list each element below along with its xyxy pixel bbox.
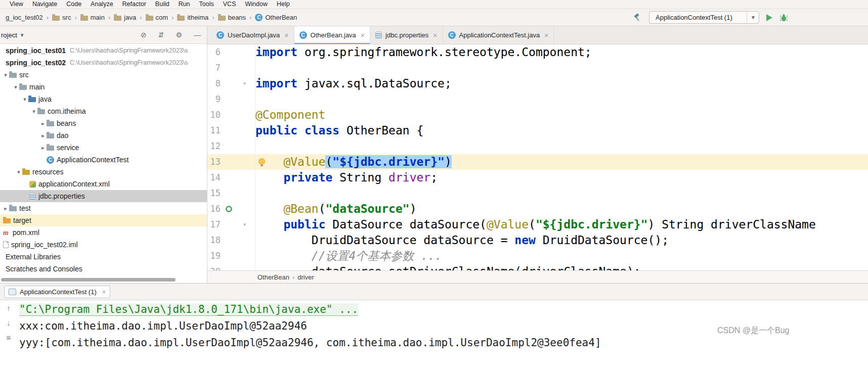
menu-item-code[interactable]: Code	[62, 0, 86, 9]
breadcrumb-item-java[interactable]: java	[112, 13, 138, 22]
close-icon[interactable]: ×	[102, 288, 106, 296]
code-line-12[interactable]: 12	[207, 138, 868, 154]
code-line-6[interactable]: 6import org.springframework.stereotype.C…	[207, 44, 868, 60]
code-editor[interactable]: 6import org.springframework.stereotype.C…	[207, 44, 868, 270]
tree-item-main[interactable]: ▾main	[0, 81, 207, 93]
code-line-17[interactable]: 17▾ public DataSource dataSource(@Value(…	[207, 217, 868, 232]
tree-item-spring-ioc-test01[interactable]: spring_ioc_test01C:\Users\haohao\SpringF…	[0, 44, 207, 57]
code-line-19[interactable]: 19 //设置4个基本参数 ...	[207, 248, 868, 264]
chevron-right-icon[interactable]: ▸	[39, 120, 47, 127]
breadcrumb-item-com[interactable]: com	[144, 13, 170, 22]
breadcrumb-item-otherbean[interactable]: OtherBean	[253, 13, 298, 22]
tree-item-applicationcontext-xml[interactable]: applicationContext.xml	[0, 178, 207, 190]
run-tab[interactable]: ApplicationContextTest (1) ×	[4, 286, 110, 298]
menu-item-analyze[interactable]: Analyze	[86, 0, 117, 9]
menu-item-vcs[interactable]: VCS	[219, 0, 241, 9]
build-hammer-icon[interactable]	[633, 13, 642, 22]
collapse-all-icon[interactable]: ⇵	[158, 31, 164, 38]
code-line-9[interactable]: 9	[207, 91, 868, 107]
code-line-7[interactable]: 7	[207, 60, 868, 76]
scrollbar-thumb[interactable]	[1, 278, 176, 282]
debug-bug-icon[interactable]	[779, 14, 788, 22]
tree-item-src[interactable]: ▾src	[0, 69, 207, 81]
tree-item-spring-ioc-test02[interactable]: spring_ioc_test02C:\Users\haohao\SpringF…	[0, 57, 207, 69]
tree-item-spring-ioc-test02-iml[interactable]: spring_ioc_test02.iml	[0, 239, 207, 251]
run-config-select[interactable]: ApplicationContextTest (1) ▼	[649, 11, 759, 24]
chevron-down-icon[interactable]: ▾	[21, 96, 28, 103]
menu-item-tools[interactable]: Tools	[195, 0, 219, 9]
chevron-down-icon[interactable]: ▼	[20, 32, 25, 38]
editor-tab-userdaoimpl-java[interactable]: UserDaoImpl.java×	[211, 26, 294, 44]
chevron-right-icon[interactable]: ▸	[39, 145, 47, 151]
code-line-20[interactable]: 20 dataSource.setDriverClassName(driverC…	[207, 264, 868, 270]
scroll-down-icon[interactable]: ↓	[7, 319, 11, 327]
tree-item-dao[interactable]: ▸dao	[0, 129, 207, 142]
code-line-10[interactable]: 10@Component	[207, 107, 868, 123]
code-line-15[interactable]: 15	[207, 185, 868, 201]
code-text: //设置4个基本参数 ...	[255, 248, 442, 264]
menu-item-build[interactable]: Build	[151, 0, 174, 9]
tree-item-scratches-and-consoles[interactable]: Scratches and Consoles	[0, 263, 207, 275]
tree-item-com-itheima[interactable]: ▾com.itheima	[0, 105, 207, 117]
chevron-down-icon[interactable]: ▾	[2, 72, 9, 78]
breadcrumb-item-itheima[interactable]: itheima	[176, 13, 210, 22]
more-icon[interactable]: ≡	[7, 334, 11, 342]
close-icon[interactable]: ×	[433, 31, 437, 39]
tree-item-pom-xml[interactable]: pom.xml	[0, 226, 207, 239]
breadcrumb-item-beans[interactable]: beans	[216, 13, 247, 22]
gutter: 11	[207, 123, 255, 138]
fold-marker-icon[interactable]: ▾	[243, 76, 246, 91]
horizontal-scrollbar[interactable]	[0, 278, 207, 282]
breadcrumb-item-main[interactable]: main	[79, 13, 106, 22]
tree-item-applicationcontexttest[interactable]: ApplicationContextTest	[0, 154, 207, 166]
breadcrumb-item-g-ioc-test02[interactable]: g_ioc_test02	[4, 13, 45, 22]
run-button[interactable]	[766, 14, 772, 21]
chevron-down-icon[interactable]: ▾	[12, 84, 19, 90]
chevron-right-icon[interactable]: ▸	[2, 205, 9, 212]
code-text: public DataSource dataSource(@Value("${j…	[255, 217, 816, 232]
code-line-11[interactable]: 11public class OtherBean {	[207, 123, 868, 138]
code-line-13[interactable]: 13 @Value("${jdbc.driver}")	[207, 154, 868, 170]
editor-breadcrumb-otherbean[interactable]: OtherBean	[256, 273, 290, 281]
editor-tab-jdbc-properties[interactable]: jdbc.properties×	[370, 26, 443, 44]
tree-item-external-libraries[interactable]: External Libraries	[0, 251, 207, 263]
project-panel-title[interactable]: roject	[1, 31, 17, 39]
code-line-18[interactable]: 18 DruidDataSource dataSource = new Drui…	[207, 232, 868, 248]
close-icon[interactable]: ×	[544, 31, 548, 39]
hide-icon[interactable]: —	[194, 31, 201, 38]
close-icon[interactable]: ×	[284, 31, 288, 39]
chevron-down-icon[interactable]: ▾	[15, 169, 22, 175]
tree-item-jdbc-properties[interactable]: jdbc.properties	[0, 190, 207, 202]
menu-item-refactor[interactable]: Refactor	[118, 0, 151, 9]
gutter: 18	[207, 232, 255, 248]
tree-item-target[interactable]: target	[0, 214, 207, 226]
select-opened-file-icon[interactable]: ⊘	[141, 31, 147, 38]
target-folder-icon	[3, 218, 11, 223]
code-line-14[interactable]: 14 private String driver;	[207, 170, 868, 185]
code-line-8[interactable]: 8▾import javax.sql.DataSource;	[207, 76, 868, 91]
settings-icon[interactable]: ⚙	[176, 31, 182, 38]
close-icon[interactable]: ×	[361, 31, 365, 39]
editor-tab-applicationcontexttest-java[interactable]: ApplicationContextTest.java×	[443, 26, 554, 44]
spring-bean-icon[interactable]	[226, 206, 232, 212]
chevron-right-icon[interactable]: ▸	[39, 132, 47, 139]
tree-item-beans[interactable]: ▸beans	[0, 117, 207, 129]
tree-item-resources[interactable]: ▾resources	[0, 166, 207, 178]
menu-item-help[interactable]: Help	[272, 0, 294, 9]
tree-item-service[interactable]: ▸service	[0, 142, 207, 154]
menu-item-navigate[interactable]: Navigate	[28, 0, 62, 9]
breadcrumb-item-src[interactable]: src	[51, 13, 72, 22]
menu-item-run[interactable]: Run	[174, 0, 195, 9]
code-line-16[interactable]: 16 @Bean("dataSource")	[207, 201, 868, 217]
scroll-up-icon[interactable]: ↑	[7, 304, 11, 312]
menu-item-view[interactable]: View	[5, 0, 28, 9]
fold-marker-icon[interactable]: ▾	[243, 217, 246, 232]
tree-item-java[interactable]: ▾java	[0, 93, 207, 105]
console[interactable]: ↑↓≡ "C:\Program Files\Java\jdk1.8.0_171\…	[0, 300, 868, 372]
editor-breadcrumb-driver[interactable]: driver	[296, 273, 315, 281]
intention-bulb-icon[interactable]	[258, 158, 265, 165]
chevron-down-icon[interactable]: ▾	[30, 108, 37, 115]
menu-item-window[interactable]: Window	[240, 0, 272, 9]
tree-item-test[interactable]: ▸test	[0, 202, 207, 214]
editor-tab-otherbean-java[interactable]: OtherBean.java×	[294, 26, 371, 44]
